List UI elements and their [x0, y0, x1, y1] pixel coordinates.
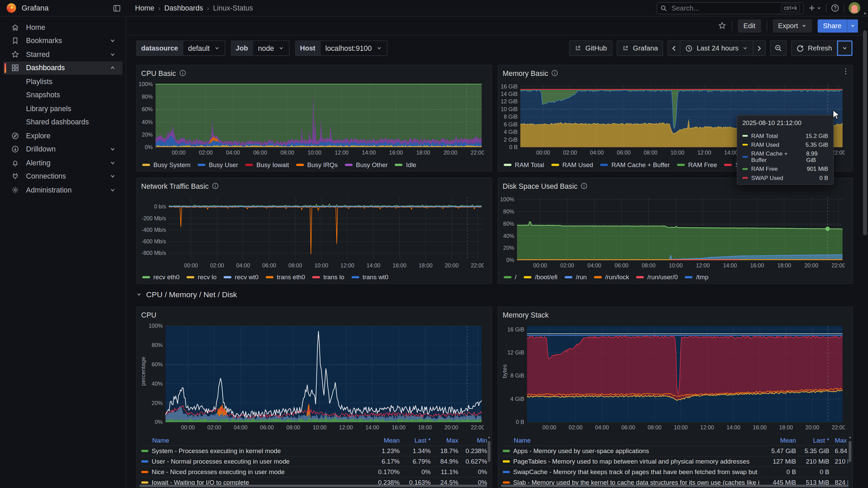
table-row[interactable]: System - Processes executing in kernel m…	[141, 445, 487, 456]
info-icon[interactable]	[552, 70, 558, 77]
refresh-button[interactable]: Refresh	[791, 40, 837, 56]
row-section-header[interactable]: CPU / Memory / Net / Disk	[136, 290, 237, 299]
scroll-up-arrow: ▲	[863, 11, 867, 15]
legend-item[interactable]: /run/lock	[594, 274, 629, 281]
sidebar-item-shared-dashboards[interactable]: Shared dashboards	[3, 115, 122, 129]
help-icon[interactable]	[831, 4, 839, 12]
sidebar-item-library-panels[interactable]: Library panels	[3, 102, 122, 115]
memory-stack-chart[interactable]: 00:0002:0004:0006:0008:0010:0012:0014:00…	[498, 322, 845, 432]
legend-item[interactable]: Busy User	[198, 162, 238, 168]
column-header[interactable]: Min	[458, 437, 487, 444]
panel-title[interactable]: Disk Space Used Basic	[502, 182, 577, 190]
panel-title[interactable]: CPU	[141, 311, 156, 319]
legend-item[interactable]: Busy Iowait	[245, 162, 289, 168]
panel-title[interactable]: CPU Basic	[141, 69, 176, 77]
sidebar-item-administration[interactable]: Administration	[3, 183, 122, 197]
cpu-full-chart[interactable]: 00:0002:0004:0006:0008:0010:0012:0014:00…	[137, 322, 484, 432]
sidebar-item-connections[interactable]: Connections	[3, 169, 122, 183]
page-scrollbar[interactable]: ▲	[863, 0, 868, 488]
share-menu-button[interactable]	[847, 19, 858, 32]
legend-item[interactable]: Busy IRQs	[296, 162, 337, 168]
sidebar-item-drilldown[interactable]: Drilldown	[3, 142, 122, 156]
panel-menu-icon[interactable]: ⋮	[842, 67, 849, 75]
legend-item[interactable]: /tmp	[685, 274, 708, 281]
network-traffic-chart[interactable]: 00:0002:0004:0006:0008:0010:0012:0014:00…	[137, 192, 484, 270]
sidebar-item-snapshots[interactable]: Snapshots	[3, 88, 122, 102]
grafana-link-button[interactable]: Grafana	[617, 40, 663, 56]
column-header[interactable]: Max	[829, 437, 848, 444]
legend-item[interactable]: /run	[565, 274, 587, 281]
table-row[interactable]: Apps - Memory used by user-space applica…	[502, 445, 848, 456]
user-avatar[interactable]	[849, 2, 860, 14]
sidebar-item-alerting[interactable]: Alerting	[3, 156, 122, 169]
legend-item[interactable]: Busy Other	[345, 162, 388, 168]
panel-title[interactable]: Network Traffic Basic	[141, 182, 209, 190]
table-row[interactable]: Nice - Niced processes executing in user…	[141, 466, 487, 477]
grafana-logo-icon[interactable]	[7, 3, 16, 13]
legend-item[interactable]: /	[504, 274, 517, 281]
breadcrumb-item[interactable]: Linux-Status	[213, 4, 253, 12]
legend-item[interactable]: Busy System	[142, 162, 191, 168]
legend-item[interactable]: trans wt0	[352, 274, 389, 281]
search-field[interactable]	[670, 4, 777, 13]
share-button[interactable]: Share	[817, 19, 847, 32]
legend-item[interactable]: trans eth0	[266, 274, 305, 281]
legend-item[interactable]: recv wt0	[224, 274, 259, 281]
column-header[interactable]: Name	[141, 437, 365, 444]
sidebar-item-explore[interactable]: Explore	[3, 129, 122, 142]
time-range-picker[interactable]: Last 24 hours	[680, 40, 754, 56]
column-header[interactable]: Last *	[400, 437, 431, 444]
variable-value-dropdown[interactable]: localhost:9100	[320, 40, 387, 56]
info-icon[interactable]	[212, 183, 219, 189]
refresh-interval-dropdown[interactable]	[837, 40, 853, 56]
legend-item[interactable]: RAM Free	[677, 162, 717, 168]
table-scrollbar[interactable]: ▲ ▼	[487, 435, 492, 488]
info-icon[interactable]	[179, 70, 186, 77]
export-button[interactable]: Export	[772, 19, 812, 32]
table-row[interactable]: PageTables - Memory used to map between …	[502, 456, 848, 466]
legend-item[interactable]: RAM Total	[504, 162, 544, 168]
github-link-button[interactable]: GitHub	[569, 40, 612, 56]
variable-value-dropdown[interactable]: node	[252, 40, 289, 56]
search-input[interactable]: ctrl+k	[656, 2, 804, 14]
table-hscrollbar[interactable]	[139, 485, 487, 487]
edit-button[interactable]: Edit	[738, 19, 761, 32]
table-scrollbar[interactable]: ▲ ▼	[848, 435, 853, 488]
time-back-button[interactable]	[668, 40, 681, 56]
column-header[interactable]: Mean	[760, 437, 796, 444]
star-icon[interactable]	[718, 22, 726, 30]
breadcrumb-item[interactable]: Home	[135, 4, 154, 12]
sidebar-item-dashboards[interactable]: Dashboards	[3, 61, 122, 75]
sidebar-item-playlists[interactable]: Playlists	[3, 75, 122, 88]
legend-item[interactable]: RAM Used	[551, 162, 593, 168]
column-header[interactable]: Mean	[366, 437, 400, 444]
info-icon[interactable]	[581, 183, 588, 189]
column-header[interactable]: Last *	[796, 437, 829, 444]
sidebar-toggle-icon[interactable]	[113, 4, 121, 12]
sidebar-item-bookmarks[interactable]: Bookmarks	[3, 34, 122, 47]
legend-item[interactable]: RAM Cache + Buffer	[600, 162, 670, 168]
sidebar-item-starred[interactable]: Starred	[3, 47, 122, 61]
column-header[interactable]: Max	[431, 437, 458, 444]
legend-item[interactable]: trans lo	[312, 274, 344, 281]
legend-item[interactable]: Idle	[395, 162, 416, 168]
legend-item[interactable]: recv lo	[187, 274, 217, 281]
variable-value-dropdown[interactable]: default	[182, 40, 225, 56]
legend-item[interactable]: /run/user/0	[636, 274, 678, 281]
cpu-basic-chart[interactable]: 00:0002:0004:0006:0008:0010:0012:0014:00…	[137, 80, 484, 157]
sidebar-item-home[interactable]: Home	[3, 20, 122, 34]
column-header[interactable]: Name	[502, 437, 760, 444]
legend-item[interactable]: /boot/efi	[524, 274, 557, 281]
legend-item[interactable]: recv eth0	[142, 274, 180, 281]
zoom-out-icon[interactable]	[770, 40, 787, 56]
legend-color-dash	[245, 164, 253, 166]
breadcrumb-item[interactable]: Dashboards	[164, 4, 203, 12]
time-forward-button[interactable]	[753, 40, 766, 56]
table-row[interactable]: SwapCache - Memory that keeps track of p…	[502, 466, 848, 477]
table-row[interactable]: User - Normal processes executing in use…	[141, 456, 487, 466]
add-new-button[interactable]	[808, 4, 822, 12]
disk-space-chart[interactable]: 00:0002:0004:0006:0008:0010:0012:0014:00…	[498, 192, 845, 270]
table-hscrollbar[interactable]	[501, 485, 849, 487]
panel-title[interactable]: Memory Basic	[502, 69, 548, 77]
panel-title[interactable]: Memory Stack	[502, 311, 549, 319]
